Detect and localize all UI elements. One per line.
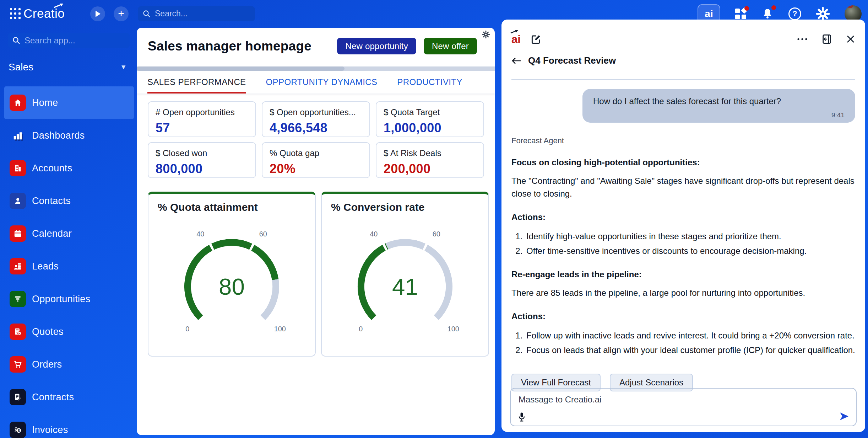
question-icon: ? bbox=[792, 9, 797, 18]
message-paragraph: There are 85 leads in the pipeline, a la… bbox=[511, 287, 855, 299]
svg-text:80: 80 bbox=[219, 274, 245, 300]
quote-doc-icon bbox=[10, 324, 26, 340]
scrollbar-thumb[interactable] bbox=[137, 66, 345, 71]
user-message-text: How do I affect the sales forecast for t… bbox=[593, 96, 845, 106]
metric-value: 1,000,000 bbox=[384, 121, 476, 135]
svg-text:60: 60 bbox=[259, 230, 267, 238]
sidebar-item-home[interactable]: Home bbox=[4, 86, 134, 119]
global-search-input[interactable]: Search... bbox=[138, 6, 255, 21]
horizontal-scrollbar[interactable] bbox=[137, 66, 495, 71]
search-icon bbox=[143, 10, 151, 18]
tab-sales-performance[interactable]: SALES PERFORMANCE bbox=[147, 71, 246, 94]
search-icon bbox=[12, 37, 20, 44]
metric-label: $ At Risk Deals bbox=[384, 148, 476, 158]
chat-input[interactable]: Massage to Creatio.ai bbox=[510, 388, 857, 426]
ai-logo-arrow-icon bbox=[510, 30, 519, 34]
metric-label: # Open opportunities bbox=[156, 107, 248, 117]
new-opportunity-button[interactable]: New opportunity bbox=[337, 38, 416, 54]
sidebar: Search app... Sales ▼ Home Dashboards Ac… bbox=[0, 28, 137, 438]
metric-open-opportunities-amount[interactable]: $ Open opportunities... 4,966,548 bbox=[262, 101, 370, 137]
metric-label: $ Quota Target bbox=[384, 107, 476, 117]
more-menu-button[interactable] bbox=[797, 38, 808, 41]
contract-pen-icon bbox=[10, 389, 26, 405]
new-chat-button[interactable] bbox=[531, 34, 541, 44]
metric-at-risk-deals[interactable]: $ At Risk Deals 200,000 bbox=[376, 142, 484, 178]
chat-input-placeholder: Massage to Creatio.ai bbox=[519, 395, 848, 405]
dock-panel-button[interactable] bbox=[822, 34, 832, 44]
sidebar-item-opportunities[interactable]: Opportunities bbox=[4, 283, 134, 315]
back-button[interactable] bbox=[511, 57, 521, 65]
microphone-button[interactable] bbox=[518, 412, 526, 422]
dock-panel-icon bbox=[822, 34, 832, 44]
divider bbox=[511, 79, 855, 80]
bar-chart-icon bbox=[10, 127, 26, 144]
metric-label: $ Open opportunities... bbox=[270, 107, 362, 117]
app-search-placeholder: Search app... bbox=[25, 36, 75, 46]
send-button[interactable] bbox=[839, 411, 850, 421]
quota-attainment-gauge[interactable]: % Quota attainment 0406010080 bbox=[148, 192, 316, 357]
metric-value: 200,000 bbox=[384, 161, 476, 176]
sidebar-item-leads[interactable]: Leads bbox=[4, 250, 134, 283]
metric-value: 4,966,548 bbox=[270, 121, 362, 135]
svg-text:100: 100 bbox=[447, 325, 459, 333]
apps-menu-button[interactable] bbox=[735, 8, 747, 20]
notifications-dot bbox=[771, 5, 776, 10]
cart-icon bbox=[10, 356, 26, 373]
dashboard-tabs: SALES PERFORMANCE OPPORTUNITY DYNAMICS P… bbox=[137, 71, 495, 94]
user-message-bubble: How do I affect the sales forecast for t… bbox=[582, 89, 855, 123]
send-icon bbox=[839, 411, 850, 421]
workspace-selector[interactable]: Sales ▼ bbox=[0, 62, 137, 73]
calendar-icon bbox=[10, 225, 26, 242]
building-icon bbox=[10, 160, 26, 176]
sidebar-item-invoices[interactable]: $ Invoices bbox=[4, 413, 134, 438]
play-icon bbox=[95, 10, 101, 17]
metric-open-opportunities-count[interactable]: # Open opportunities 57 bbox=[148, 101, 256, 137]
sidebar-item-contacts[interactable]: Contacts bbox=[4, 185, 134, 217]
metric-quota-target[interactable]: $ Quota Target 1,000,000 bbox=[376, 101, 484, 137]
metric-value: 57 bbox=[156, 121, 248, 135]
arrow-left-icon bbox=[511, 57, 521, 65]
apps-notification-dot bbox=[744, 6, 749, 11]
close-panel-button[interactable] bbox=[846, 34, 855, 44]
add-button[interactable]: + bbox=[114, 6, 129, 21]
metric-closed-won[interactable]: $ Closed won 800,000 bbox=[148, 142, 256, 178]
ai-logo-text: ai bbox=[511, 33, 521, 46]
sidebar-item-label: Calendar bbox=[32, 228, 72, 239]
ellipsis-icon bbox=[797, 38, 808, 41]
svg-text:60: 60 bbox=[433, 230, 440, 238]
home-icon bbox=[10, 95, 26, 111]
app-search-input[interactable]: Search app... bbox=[8, 33, 130, 48]
metric-quota-gap[interactable]: % Quota gap 20% bbox=[262, 142, 370, 178]
message-heading: Focus on closing high-potential opportun… bbox=[511, 156, 855, 169]
gear-icon bbox=[482, 31, 490, 38]
metric-value: 20% bbox=[270, 161, 362, 176]
microphone-icon bbox=[518, 412, 526, 422]
tab-opportunity-dynamics[interactable]: OPPORTUNITY DYNAMICS bbox=[266, 71, 378, 94]
svg-text:41: 41 bbox=[392, 274, 418, 300]
metric-value: 800,000 bbox=[156, 161, 248, 176]
settings-button[interactable] bbox=[816, 7, 830, 21]
sidebar-item-dashboards[interactable]: Dashboards bbox=[4, 119, 134, 152]
sidebar-item-accounts[interactable]: Accounts bbox=[4, 152, 134, 185]
funnel-icon bbox=[10, 291, 26, 307]
app-grid-icon[interactable] bbox=[10, 8, 21, 20]
conversion-rate-gauge[interactable]: % Conversion rate 0406010041 bbox=[321, 192, 489, 357]
new-offer-button[interactable]: New offer bbox=[424, 38, 477, 54]
sidebar-item-label: Invoices bbox=[32, 424, 68, 436]
play-button[interactable] bbox=[90, 6, 105, 21]
sidebar-item-label: Contacts bbox=[32, 196, 71, 207]
help-button[interactable]: ? bbox=[788, 7, 801, 20]
notifications-button[interactable] bbox=[761, 7, 774, 20]
dashboard-settings-button[interactable] bbox=[482, 31, 490, 38]
list-item: Offer time-sensitive incentives or disco… bbox=[525, 245, 855, 257]
sidebar-item-calendar[interactable]: Calendar bbox=[4, 217, 134, 250]
list-item: Focus on leads that align with your idea… bbox=[525, 344, 855, 357]
message-heading: Actions: bbox=[511, 310, 855, 323]
sidebar-item-orders[interactable]: Orders bbox=[4, 348, 134, 381]
message-list: Identify high-value opportunities in the… bbox=[515, 230, 855, 257]
tab-productivity[interactable]: PRODUCTIVITY bbox=[397, 71, 462, 94]
page-title: Sales manager homepage bbox=[148, 39, 337, 54]
sidebar-item-quotes[interactable]: Quotes bbox=[4, 315, 134, 348]
gauge-title: % Conversion rate bbox=[331, 201, 479, 213]
sidebar-item-contracts[interactable]: Contracts bbox=[4, 381, 134, 413]
